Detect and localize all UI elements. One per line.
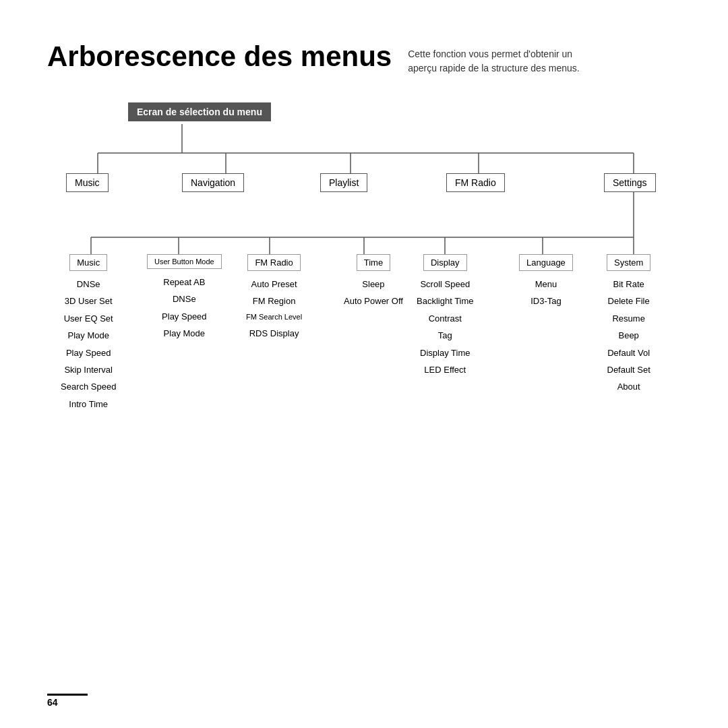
col-display: Display Scroll Speed Backlight Time Cont… — [417, 254, 474, 377]
level1-settings: Settings — [604, 173, 656, 192]
level1-music: Music — [66, 173, 109, 192]
col-fm-radio: FM Radio Auto Preset FM Region FM Search… — [246, 254, 302, 341]
page-number: 64 — [47, 697, 58, 708]
page-line — [47, 694, 88, 696]
level1-navigation: Navigation — [182, 173, 244, 192]
col-time: Time Sleep Auto Power Off — [344, 254, 403, 309]
tree-diagram: Ecran de sélection du menu Music Navigat… — [47, 102, 681, 561]
level1-fm-radio: FM Radio — [446, 173, 505, 192]
root-node: Ecran de sélection du menu — [128, 102, 271, 121]
header-description: Cette fonction vous permet d'obtenir un … — [408, 40, 579, 75]
col-language: Language Menu ID3-Tag — [519, 254, 573, 309]
col-music: Music DNSe 3D User Set User EQ Set Play … — [61, 254, 116, 412]
page-title: Arborescence des menus — [47, 40, 392, 73]
level1-playlist: Playlist — [320, 173, 367, 192]
col-user-button: User Button Mode Repeat AB DNSe Play Spe… — [147, 254, 222, 342]
col-system: System Bit Rate Delete File Resume Beep … — [607, 254, 650, 395]
